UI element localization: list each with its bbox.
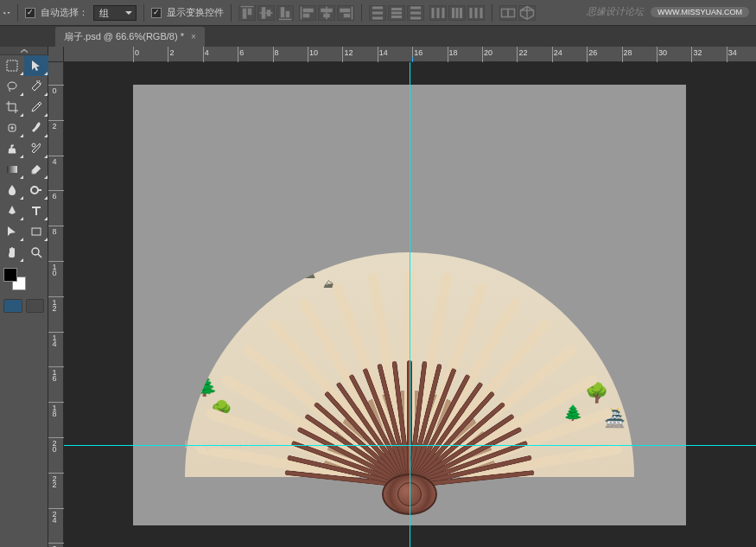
canvas-area[interactable]: ⛰︎ ⛰︎ ⛰︎ 🌲 🌳 🌳 🌲 🏯 昵 nipic.com / som bbox=[64, 62, 756, 547]
svg-rect-15 bbox=[470, 8, 473, 18]
svg-rect-16 bbox=[475, 8, 478, 18]
watermark-url: WWW.MISSYUAN.COM bbox=[651, 7, 749, 17]
dist-vcenter-icon[interactable] bbox=[388, 5, 405, 21]
quick-mask-icon[interactable] bbox=[26, 299, 45, 313]
document-tab-title: 扇子.psd @ 66.6%(RGB/8) * bbox=[64, 30, 184, 43]
svg-rect-13 bbox=[456, 8, 459, 18]
pen-tool[interactable] bbox=[0, 200, 24, 221]
separator bbox=[492, 4, 492, 22]
clone-stamp-tool[interactable] bbox=[0, 138, 24, 159]
horizontal-ruler[interactable]: 02468101214161820222426283032343638 bbox=[64, 47, 756, 62]
lasso-tool[interactable] bbox=[0, 76, 24, 97]
brush-tool[interactable] bbox=[24, 118, 48, 138]
color-swatches[interactable] bbox=[3, 268, 26, 290]
eraser-tool[interactable] bbox=[24, 159, 48, 180]
svg-rect-0 bbox=[372, 6, 383, 9]
svg-rect-11 bbox=[442, 8, 445, 18]
svg-rect-14 bbox=[460, 8, 462, 18]
svg-rect-26 bbox=[32, 228, 41, 235]
tools-panel bbox=[0, 47, 48, 547]
svg-rect-3 bbox=[391, 8, 402, 10]
align-vcenter-icon[interactable] bbox=[257, 5, 275, 21]
vertical-guide[interactable] bbox=[410, 62, 410, 547]
standard-mode-icon[interactable] bbox=[3, 299, 22, 313]
separator bbox=[17, 4, 18, 22]
dist-hcenter-icon[interactable] bbox=[448, 5, 466, 21]
document-tab[interactable]: 扇子.psd @ 66.6%(RGB/8) * × bbox=[55, 27, 205, 47]
close-tab-icon[interactable]: × bbox=[191, 32, 196, 41]
svg-rect-18 bbox=[502, 9, 509, 16]
svg-rect-7 bbox=[410, 11, 421, 14]
dist-bottom-icon[interactable] bbox=[407, 5, 424, 21]
hand-tool[interactable] bbox=[0, 242, 24, 263]
crop-tool[interactable] bbox=[0, 97, 24, 118]
align-hcenter-icon[interactable] bbox=[318, 5, 335, 21]
distribute-group-2 bbox=[429, 5, 485, 21]
auto-select-dropdown[interactable]: 组 bbox=[93, 5, 137, 21]
options-bar: ✓ 自动选择： 组 ✓ 显示变换控件 思缘设计论坛 WWW.MISSYUAN.C… bbox=[0, 0, 756, 26]
magic-wand-tool[interactable] bbox=[24, 76, 48, 97]
separator bbox=[231, 4, 232, 22]
history-brush-tool[interactable] bbox=[24, 138, 48, 159]
svg-rect-2 bbox=[372, 16, 383, 19]
distribute-group-1 bbox=[369, 5, 424, 21]
svg-rect-19 bbox=[508, 9, 515, 16]
foreground-swatch[interactable] bbox=[3, 268, 17, 282]
dist-top-icon[interactable] bbox=[369, 5, 386, 21]
svg-rect-24 bbox=[7, 166, 17, 173]
svg-rect-10 bbox=[437, 8, 440, 18]
align-group-2 bbox=[299, 5, 354, 21]
align-top-icon[interactable] bbox=[238, 5, 256, 21]
path-selection-tool[interactable] bbox=[0, 221, 24, 242]
svg-point-25 bbox=[31, 187, 38, 194]
svg-rect-5 bbox=[391, 16, 402, 18]
align-left-icon[interactable] bbox=[299, 5, 316, 21]
type-tool[interactable] bbox=[24, 200, 48, 221]
ruler-corner[interactable] bbox=[48, 47, 64, 62]
auto-align-group bbox=[499, 5, 536, 21]
move-tool[interactable] bbox=[24, 55, 48, 76]
dodge-tool[interactable] bbox=[24, 180, 48, 200]
svg-rect-9 bbox=[432, 8, 435, 18]
healing-brush-tool[interactable] bbox=[0, 118, 24, 138]
rectangle-tool[interactable] bbox=[24, 221, 48, 242]
svg-rect-1 bbox=[372, 11, 383, 14]
3d-mode-icon[interactable] bbox=[518, 5, 536, 21]
align-bottom-icon[interactable] bbox=[276, 5, 294, 21]
auto-select-checkbox[interactable]: ✓ bbox=[25, 8, 35, 18]
svg-point-23 bbox=[32, 143, 35, 147]
gradient-tool[interactable] bbox=[0, 159, 24, 180]
show-transform-checkbox[interactable]: ✓ bbox=[151, 8, 162, 18]
svg-point-27 bbox=[32, 248, 39, 255]
dist-left-icon[interactable] bbox=[429, 5, 447, 21]
align-group-1 bbox=[238, 5, 294, 21]
svg-rect-20 bbox=[7, 60, 17, 71]
svg-rect-17 bbox=[480, 8, 483, 18]
svg-rect-4 bbox=[391, 11, 402, 14]
tools-collapse-icon[interactable] bbox=[0, 47, 48, 55]
auto-select-label: 自动选择： bbox=[41, 6, 88, 19]
workspace: 02468101214161820222426283032343638 0246… bbox=[48, 47, 756, 547]
svg-rect-6 bbox=[410, 6, 421, 9]
vertical-ruler[interactable]: 02468101214161820222426 bbox=[48, 62, 64, 547]
svg-rect-12 bbox=[452, 8, 454, 18]
eyedropper-tool[interactable] bbox=[24, 97, 48, 118]
marquee-tool[interactable] bbox=[0, 55, 24, 76]
move-tool-indicator[interactable] bbox=[3, 11, 10, 15]
watermark-text: 思缘设计论坛 bbox=[587, 5, 644, 18]
zoom-tool[interactable] bbox=[24, 242, 48, 263]
align-right-icon[interactable] bbox=[337, 5, 354, 21]
auto-align-icon[interactable] bbox=[499, 5, 517, 21]
blur-tool[interactable] bbox=[0, 180, 24, 200]
separator bbox=[143, 4, 144, 22]
dist-right-icon[interactable] bbox=[467, 5, 485, 21]
svg-point-21 bbox=[8, 82, 16, 89]
horizontal-guide[interactable] bbox=[64, 445, 756, 446]
show-transform-label: 显示变换控件 bbox=[167, 6, 224, 19]
separator bbox=[361, 4, 362, 22]
watermark-area: 思缘设计论坛 WWW.MISSYUAN.COM bbox=[587, 5, 749, 18]
tools-grid bbox=[0, 55, 48, 263]
document-tab-bar: 扇子.psd @ 66.6%(RGB/8) * × bbox=[0, 26, 756, 47]
svg-rect-8 bbox=[410, 16, 421, 19]
screen-mode-group bbox=[0, 296, 48, 316]
